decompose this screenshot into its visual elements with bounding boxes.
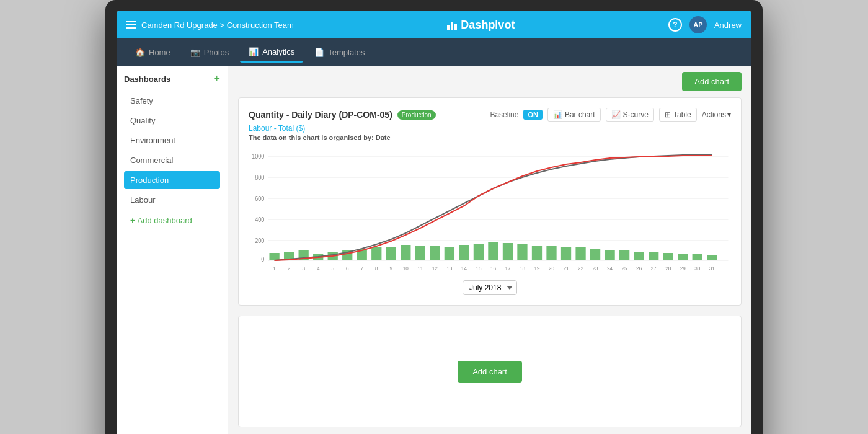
svg-text:600: 600: [255, 195, 264, 203]
chart-svg: 1000 800 600 400 200 0: [249, 148, 731, 272]
svg-rect-25: [459, 245, 469, 260]
sidebar-item-safety[interactable]: Safety: [124, 92, 220, 110]
svg-rect-32: [561, 247, 571, 260]
svg-text:16: 16: [490, 265, 496, 272]
svg-text:11: 11: [417, 265, 423, 272]
svg-text:13: 13: [446, 265, 452, 272]
production-badge: Production: [397, 110, 436, 120]
add-dashboard-label: Add dashboard: [138, 216, 192, 225]
nav-label-photos: Photos: [204, 48, 229, 57]
svg-rect-28: [503, 243, 513, 260]
svg-text:400: 400: [255, 216, 264, 224]
svg-text:19: 19: [534, 265, 539, 272]
nav-item-home[interactable]: 🏠 Home: [126, 43, 179, 62]
svg-rect-21: [401, 245, 410, 260]
add-dashboard-button[interactable]: + Add dashboard: [124, 211, 220, 229]
baseline-on-badge[interactable]: ON: [523, 110, 542, 120]
scurve-button[interactable]: 📈 S-curve: [606, 108, 654, 122]
svg-rect-20: [386, 247, 396, 260]
svg-rect-42: [707, 255, 717, 260]
chart-title: Quantity - Daily Diary (DP-COM-05): [249, 110, 392, 120]
add-chart-button[interactable]: Add chart: [682, 72, 742, 91]
app-logo: Dashplvot: [447, 19, 515, 32]
svg-text:29: 29: [680, 265, 686, 272]
svg-rect-23: [430, 246, 440, 260]
svg-text:1: 1: [273, 265, 276, 272]
bar-chart-button[interactable]: 📊 Bar chart: [547, 108, 601, 122]
sidebar-title: Dashboards: [124, 74, 170, 84]
svg-text:800: 800: [255, 174, 264, 182]
svg-text:27: 27: [651, 265, 657, 272]
svg-rect-29: [517, 244, 527, 260]
sidebar-item-production[interactable]: Production: [124, 171, 220, 189]
svg-rect-26: [474, 244, 484, 260]
sidebar-item-commercial[interactable]: Commercial: [124, 151, 220, 169]
svg-rect-38: [649, 252, 658, 260]
add-chart-center-button[interactable]: Add chart: [458, 361, 522, 383]
svg-text:7: 7: [360, 265, 363, 272]
svg-rect-37: [634, 252, 644, 260]
svg-text:10: 10: [403, 265, 409, 272]
content-header: Add chart: [228, 66, 751, 97]
month-select-dropdown[interactable]: July 2018: [463, 280, 517, 295]
svg-text:20: 20: [549, 265, 554, 272]
svg-rect-19: [371, 247, 381, 260]
svg-text:17: 17: [505, 265, 510, 272]
svg-rect-33: [575, 247, 585, 260]
svg-text:30: 30: [694, 265, 700, 272]
svg-text:22: 22: [578, 265, 583, 272]
svg-text:2: 2: [288, 265, 291, 272]
svg-rect-27: [488, 242, 498, 260]
help-button[interactable]: ?: [668, 18, 682, 32]
baseline-label: Baseline: [490, 110, 518, 119]
nav-item-analytics[interactable]: 📊 Analytics: [240, 42, 303, 63]
hamburger-menu[interactable]: [126, 21, 136, 29]
chart-controls: Baseline ON 📊 Bar chart 📈 S-curve: [490, 108, 731, 122]
svg-text:4: 4: [317, 265, 320, 272]
chart-org-text: The data on this chart is organised by: …: [249, 134, 731, 141]
svg-text:25: 25: [622, 265, 627, 272]
svg-rect-41: [693, 254, 702, 260]
svg-text:15: 15: [476, 265, 481, 272]
svg-text:24: 24: [607, 265, 613, 272]
svg-rect-12: [269, 253, 279, 260]
svg-rect-35: [604, 250, 614, 260]
nav-bar: 🏠 Home 📷 Photos 📊 Analytics 📄 Templates: [117, 38, 751, 66]
table-button[interactable]: ⊞ Table: [659, 108, 697, 122]
analytics-icon: 📊: [249, 47, 259, 56]
top-bar-right: ? AP Andrew: [668, 16, 742, 33]
svg-text:28: 28: [665, 265, 671, 272]
avatar: AP: [689, 16, 707, 33]
chart-area: 1000 800 600 400 200 0: [249, 148, 731, 274]
nav-label-templates: Templates: [328, 48, 365, 57]
svg-rect-40: [678, 254, 688, 260]
chart-card: Quantity - Daily Diary (DP-COM-05) Produ…: [238, 97, 742, 306]
empty-chart-card: Add chart: [238, 316, 742, 427]
content-area: Add chart Quantity - Daily Diary (DP-COM…: [228, 66, 751, 434]
actions-button[interactable]: Actions ▾: [702, 110, 731, 119]
chart-subtitle: Labour - Total ($): [249, 124, 731, 133]
templates-icon: 📄: [314, 48, 324, 57]
svg-text:5: 5: [331, 265, 334, 272]
nav-item-templates[interactable]: 📄 Templates: [306, 43, 373, 62]
home-icon: 🏠: [135, 48, 145, 57]
svg-rect-24: [445, 247, 454, 260]
svg-text:8: 8: [375, 265, 378, 272]
sidebar-item-environment[interactable]: Environment: [124, 131, 220, 149]
nav-label-analytics: Analytics: [262, 47, 294, 56]
sidebar-add-button[interactable]: +: [213, 73, 220, 84]
svg-rect-36: [619, 250, 629, 260]
svg-text:14: 14: [461, 265, 467, 272]
svg-rect-31: [546, 246, 556, 260]
svg-rect-34: [590, 249, 600, 260]
sidebar-item-quality[interactable]: Quality: [124, 112, 220, 130]
bar-chart-icon: 📊: [553, 110, 562, 119]
svg-text:0: 0: [261, 256, 264, 264]
nav-item-photos[interactable]: 📷 Photos: [182, 43, 237, 62]
svg-rect-22: [415, 246, 425, 260]
nav-label-home: Home: [149, 48, 170, 57]
chevron-down-icon: ▾: [727, 110, 731, 119]
month-selector: July 2018: [249, 280, 731, 295]
sidebar: Dashboards + Safety Quality Environment …: [117, 66, 228, 434]
sidebar-item-labour[interactable]: Labour: [124, 191, 220, 209]
